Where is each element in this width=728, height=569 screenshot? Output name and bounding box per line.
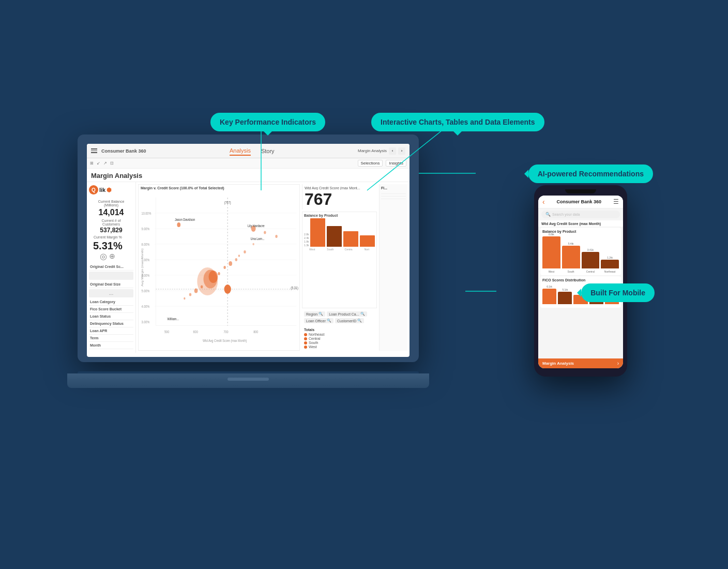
filter-chips: Region 🔍 Loan Product Ca... 🔍 Loan Offic… [302, 310, 377, 324]
mobile-label-west: West [542, 270, 560, 273]
qlik-content: Q lik ⬢ Current Balance (Millions) 14,01… [87, 182, 410, 353]
nav-forward[interactable]: › [398, 147, 405, 155]
svg-point-31 [209, 271, 218, 283]
filter-loan-officer[interactable]: Loan Officer 🔍 [304, 318, 333, 323]
svg-text:Avg Margin (max Month): Avg Margin (max Month) [141, 248, 144, 287]
kpi-balance-value: 14,014 [93, 208, 129, 217]
mobile-app-title: Consumer Bank 360 [557, 199, 602, 204]
bar-central [343, 231, 358, 247]
bar-south [327, 226, 342, 247]
mobile-fico-val-1: 6.1tk [547, 285, 552, 288]
mobile-bar-val-central: 3.41k [587, 248, 594, 251]
selections-bar: ⊞ ↙ ↗ ⊡ Selections Insights [87, 158, 410, 169]
dot-south [304, 341, 307, 345]
mobile-search-bar[interactable]: 🔍 Search your data [541, 211, 620, 218]
mobile-menu-icon[interactable]: ☰ [613, 198, 619, 205]
filter-customer-id[interactable]: CustomerID 🔍 [335, 318, 364, 323]
svg-point-47 [224, 284, 231, 294]
svg-point-36 [218, 272, 220, 275]
mobile-bar-northeast: 1.2tk [601, 256, 619, 268]
right-panel-item-3 [381, 197, 406, 199]
mobile-header: ‹ Consumer Bank 360 ☰ [538, 196, 623, 208]
mobile-footer-arrow[interactable]: › [617, 361, 619, 366]
credit-score-title: Wtd Avg Credit Score (max Mont... [305, 186, 367, 190]
insights-button[interactable]: Insights [386, 160, 406, 167]
credit-score-panel: Wtd Avg Credit Score (max Mont... 767 [302, 184, 369, 209]
svg-point-42 [252, 243, 254, 246]
bar-west [310, 218, 325, 247]
filter-credit[interactable] [89, 272, 133, 280]
toolbar-label: Margin Analysis [358, 148, 387, 153]
bar-nort [360, 235, 375, 247]
sidebar-item-deal[interactable]: Original Deal Size [89, 281, 133, 288]
kpi-balance: Current Balance (Millions) 14,014 [93, 200, 129, 217]
svg-text:9.00%: 9.00% [142, 227, 150, 231]
tooltip-kpi: Key Performance Indicators [210, 113, 325, 131]
credit-score-value: 767 [305, 191, 367, 207]
mobile-footer[interactable]: Margin Analysis › [538, 358, 623, 368]
dot-northeast [304, 333, 307, 336]
right-panel-title: FI... [381, 186, 406, 190]
sidebar-item-loan-cat[interactable]: Loan Category [89, 298, 133, 306]
svg-text:5.00%: 5.00% [142, 289, 150, 293]
sidebar-item-apr[interactable]: Loan APR [89, 327, 133, 335]
qlik-logo-circle: Q [89, 185, 98, 194]
tooltip-mobile: Built For Mobile [581, 283, 655, 302]
mobile-frame: ‹ Consumer Bank 360 ☰ 🔍 Search your data… [534, 185, 627, 377]
mobile-fico-val-2: 5.1tk [562, 288, 568, 291]
mobile-fico-bar-1: 6.1tk [542, 285, 556, 304]
totals-central: Central [304, 337, 375, 340]
kpi-customers-label: Current # of Customers [93, 219, 129, 226]
bar-chart-canvas: 2.8k 2.4k 1.9k 1.3k [304, 218, 375, 247]
svg-text:Lily Hardacre: Lily Hardacre [248, 223, 265, 228]
mobile-bar-labels: West South Central Northeast [542, 270, 619, 273]
svg-point-37 [223, 266, 225, 269]
laptop-base [67, 373, 429, 388]
svg-text:10.00%: 10.00% [142, 211, 151, 215]
svg-text:(5.31): (5.31) [291, 286, 298, 290]
tab-story[interactable]: Story [261, 147, 275, 155]
scatter-chart: Margin v. Credit Score (100.0% of Total … [138, 184, 300, 351]
svg-point-33 [201, 286, 203, 289]
tab-analysis[interactable]: Analysis [230, 146, 251, 156]
svg-point-40 [238, 254, 240, 257]
totals-west: West [304, 345, 375, 349]
qlik-right-edge-panel: FI... [379, 184, 407, 351]
nav-back[interactable]: ‹ [389, 147, 396, 155]
mobile-label-northeast: Northeast [601, 270, 619, 273]
mobile-bar-val-northeast: 1.2tk [607, 256, 613, 259]
tooltip-charts: Interactive Charts, Tables and Data Elem… [371, 113, 544, 131]
filter-deal[interactable]: ... [89, 289, 133, 297]
selections-button[interactable]: Selections [358, 160, 383, 167]
mobile-bar-val-west: 6.8tk [549, 233, 554, 236]
sidebar-item-loan-status[interactable]: Loan Status [89, 313, 133, 320]
sidebar-item-month[interactable]: Month [89, 342, 133, 349]
filter-region[interactable]: Region 🔍 [304, 311, 325, 317]
svg-point-32 [194, 289, 198, 293]
svg-text:Wtd Avg Credit Score (max Mont: Wtd Avg Credit Score (max Month) [203, 338, 247, 343]
sidebar-item-fico[interactable]: Fico Score Bucket [89, 306, 133, 313]
kpi-customers-value: 537,829 [93, 227, 129, 234]
mobile-bar-south: 5.4tk [562, 242, 580, 268]
sidebar-item-credit[interactable]: Original Credit Sc... [89, 263, 133, 271]
totals-title: Totals [304, 328, 375, 332]
mobile-fico-bar-2: 5.1tk [558, 288, 572, 304]
mobile-back-button[interactable]: ‹ [542, 198, 545, 206]
sidebar-item-term[interactable]: Term [89, 335, 133, 342]
svg-text:700: 700 [223, 330, 229, 334]
hamburger-menu[interactable] [91, 148, 97, 153]
mobile-screen: ‹ Consumer Bank 360 ☰ 🔍 Search your data… [538, 196, 623, 368]
sidebar-item-delinquency[interactable]: Delinquency Status [89, 320, 133, 327]
svg-text:4.00%: 4.00% [142, 304, 150, 308]
mobile-notch [565, 189, 596, 193]
mobile-balance-chart: Balance by Product 6.8tk 5.4tk 3.41k [540, 228, 621, 275]
mobile-bar-el-northeast [601, 260, 619, 268]
mobile-chart2-title: FICO Scores Distribution [542, 278, 619, 282]
qlik-tabs: Analysis Story [150, 146, 354, 156]
kpi-margin-value: 5.31% [93, 240, 123, 251]
svg-point-41 [244, 250, 246, 253]
kpi-row: Current Balance (Millions) 14,014 Curren… [89, 198, 133, 263]
laptop-bezel: Consumer Bank 360 Analysis Story Margin … [78, 134, 419, 362]
scatter-title: Margin v. Credit Score (100.0% of Total … [139, 185, 299, 190]
filter-loan-product[interactable]: Loan Product Ca... 🔍 [327, 311, 367, 317]
